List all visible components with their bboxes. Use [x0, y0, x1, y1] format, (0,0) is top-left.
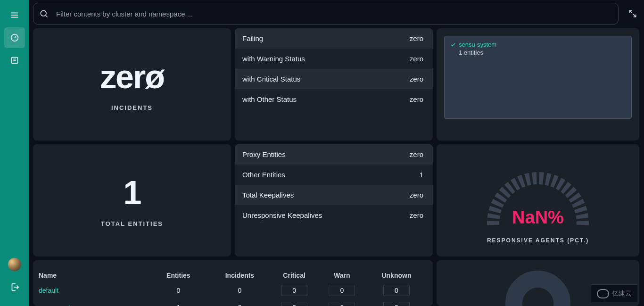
list-value: zero	[410, 75, 423, 83]
watermark: 亿速云	[591, 284, 637, 302]
count-box: 0	[329, 285, 355, 296]
col-unknown: Unknown	[366, 272, 427, 279]
table-header: Name Entities Incidents Critical Warn Un…	[39, 269, 427, 282]
list-value: zero	[410, 95, 423, 103]
cell: 0	[209, 287, 270, 294]
row-name-link[interactable]: sensu-system	[39, 304, 148, 306]
incidents-label: INCIDENTS	[111, 104, 153, 111]
col-warn: Warn	[318, 272, 366, 279]
search-input[interactable]	[56, 10, 612, 18]
user-avatar[interactable]	[8, 258, 21, 271]
col-incidents: Incidents	[209, 272, 270, 279]
namespace-ok-line: sensu-system	[450, 41, 626, 48]
namespace-table-card: Name Entities Incidents Critical Warn Un…	[33, 260, 433, 306]
logout-button[interactable]	[4, 277, 25, 298]
status-list-card: Failingzero with Warning Statuszero with…	[235, 28, 433, 141]
namespace-box[interactable]: sensu-system 1 entities	[444, 36, 632, 119]
cell: 0	[318, 285, 366, 296]
count-box: 0	[383, 285, 410, 296]
status-list-scroll[interactable]: Failingzero with Warning Statuszero with…	[235, 28, 433, 141]
gauge-ticks-icon	[477, 157, 599, 228]
incidents-value: zerø	[100, 58, 164, 96]
incidents-card: zerø INCIDENTS	[33, 28, 231, 141]
count-box: 0	[383, 302, 410, 306]
cell: 0	[366, 302, 427, 306]
entity-list-card: Proxy Entitieszero Other Entities1 Total…	[235, 144, 433, 256]
list-label: with Critical Status	[242, 75, 300, 83]
list-item: with Critical Statuszero	[235, 69, 433, 89]
sidebar	[0, 0, 29, 306]
total-entities-label: TOTAL ENTITIES	[101, 220, 163, 227]
list-value: zero	[410, 55, 423, 63]
svg-point-9	[514, 279, 562, 306]
list-value: zero	[410, 211, 423, 219]
count-box: 0	[281, 302, 307, 306]
hamburger-menu-button[interactable]	[4, 5, 25, 25]
fullscreen-button[interactable]	[626, 7, 639, 20]
list-label: Proxy Entities	[242, 150, 286, 158]
list-label: with Other Status	[242, 95, 297, 103]
total-entities-card: 1 TOTAL ENTITIES	[33, 144, 231, 256]
list-item: Unresponsive Keepaliveszero	[235, 205, 433, 225]
count-box: 0	[329, 302, 355, 306]
cell: 0	[366, 285, 427, 296]
list-value: 1	[420, 171, 423, 179]
search-bar	[33, 3, 619, 25]
cell: 1	[148, 304, 209, 306]
cell: 0	[318, 302, 366, 306]
cloud-icon	[597, 289, 609, 298]
list-label: with Warning Status	[242, 55, 305, 63]
list-value: zero	[410, 191, 423, 199]
check-icon	[450, 42, 456, 48]
namespace-name: sensu-system	[459, 41, 496, 48]
col-name: Name	[39, 272, 148, 279]
list-value: zero	[410, 34, 423, 42]
list-item: Proxy Entitieszero	[235, 144, 433, 165]
list-label: Unresponsive Keepalives	[242, 211, 322, 219]
search-icon	[39, 9, 49, 18]
entity-list-scroll[interactable]: Proxy Entitieszero Other Entities1 Total…	[235, 144, 433, 256]
donut-chart-icon	[503, 268, 573, 306]
list-value: zero	[410, 150, 423, 158]
list-label: Failing	[242, 34, 263, 42]
namespace-sub: 1 entities	[459, 49, 626, 56]
col-entities: Entities	[148, 272, 209, 279]
table-row: sensu-system 1 0 0 0 0	[39, 299, 427, 306]
list-item: with Warning Statuszero	[235, 49, 433, 69]
cell: 0	[209, 304, 270, 306]
table-row: default 0 0 0 0 0	[39, 282, 427, 299]
count-box: 0	[281, 285, 307, 296]
list-item: with Other Statuszero	[235, 89, 433, 109]
main-content: zerø INCIDENTS Failingzero with Warning …	[29, 0, 644, 306]
cell: 0	[271, 285, 318, 296]
responsive-agents-card: NaN% RESPONSIVE AGENTS (PCT.)	[437, 144, 639, 256]
list-label: Other Entities	[242, 171, 285, 179]
svg-point-7	[41, 10, 46, 16]
list-item: Failingzero	[235, 28, 433, 49]
gauge-label: RESPONSIVE AGENTS (PCT.)	[487, 237, 589, 244]
svg-line-8	[46, 16, 48, 17]
list-item: Other Entities1	[235, 165, 433, 185]
row-name-link[interactable]: default	[39, 287, 148, 294]
cell: 0	[271, 302, 318, 306]
namespace-card: sensu-system 1 entities	[437, 28, 639, 141]
entities-nav[interactable]	[4, 50, 25, 71]
gauge: NaN%	[477, 157, 599, 228]
col-critical: Critical	[271, 272, 318, 279]
list-item: Total Keepaliveszero	[235, 185, 433, 205]
list-label: Total Keepalives	[242, 191, 294, 199]
total-entities-value: 1	[124, 174, 141, 212]
dashboard-nav[interactable]	[4, 27, 25, 48]
watermark-text: 亿速云	[612, 289, 632, 298]
cell: 0	[148, 287, 209, 294]
